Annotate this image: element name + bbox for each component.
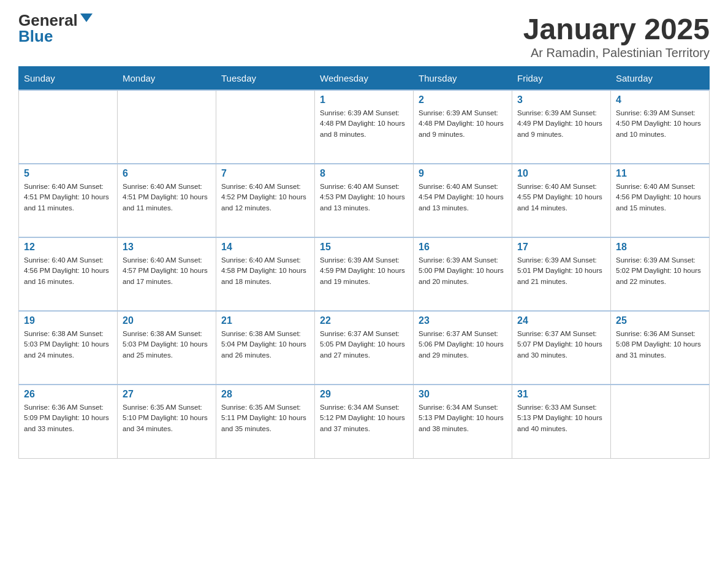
calendar-cell: 18Sunrise: 6:39 AM Sunset: 5:02 PM Dayli…	[611, 237, 710, 311]
day-number: 13	[123, 242, 211, 253]
calendar-cell: 21Sunrise: 6:38 AM Sunset: 5:04 PM Dayli…	[216, 311, 315, 385]
day-info: Sunrise: 6:40 AM Sunset: 4:52 PM Dayligh…	[221, 182, 309, 213]
day-number: 31	[517, 389, 605, 400]
calendar-cell: 13Sunrise: 6:40 AM Sunset: 4:57 PM Dayli…	[118, 237, 216, 311]
location-subtitle: Ar Ramadin, Palestinian Territory	[523, 46, 710, 60]
week-row-2: 5Sunrise: 6:40 AM Sunset: 4:51 PM Daylig…	[19, 164, 710, 237]
calendar-cell: 26Sunrise: 6:36 AM Sunset: 5:09 PM Dayli…	[19, 385, 118, 458]
calendar-cell: 8Sunrise: 6:40 AM Sunset: 4:53 PM Daylig…	[315, 164, 414, 237]
day-info: Sunrise: 6:35 AM Sunset: 5:10 PM Dayligh…	[123, 402, 211, 434]
calendar-cell: 24Sunrise: 6:37 AM Sunset: 5:07 PM Dayli…	[512, 311, 611, 385]
day-number: 10	[517, 168, 605, 179]
day-number: 8	[320, 168, 408, 179]
logo: General Blue	[18, 12, 93, 44]
day-number: 28	[221, 389, 309, 400]
day-info: Sunrise: 6:39 AM Sunset: 5:00 PM Dayligh…	[419, 255, 507, 287]
weekday-header-tuesday: Tuesday	[216, 67, 315, 91]
weekday-header-friday: Friday	[512, 67, 611, 91]
page-header: General Blue January 2025 Ar Ramadin, Pa…	[18, 12, 710, 60]
weekday-header-saturday: Saturday	[611, 67, 710, 91]
day-info: Sunrise: 6:36 AM Sunset: 5:09 PM Dayligh…	[24, 402, 112, 434]
calendar-cell	[118, 90, 216, 164]
day-number: 4	[616, 94, 704, 105]
day-info: Sunrise: 6:40 AM Sunset: 4:51 PM Dayligh…	[24, 182, 112, 213]
title-section: January 2025 Ar Ramadin, Palestinian Ter…	[523, 12, 710, 60]
day-info: Sunrise: 6:39 AM Sunset: 4:48 PM Dayligh…	[320, 108, 408, 140]
day-info: Sunrise: 6:40 AM Sunset: 4:53 PM Dayligh…	[320, 182, 408, 213]
day-info: Sunrise: 6:34 AM Sunset: 5:13 PM Dayligh…	[419, 402, 507, 434]
weekday-header-row: SundayMondayTuesdayWednesdayThursdayFrid…	[19, 67, 710, 91]
day-info: Sunrise: 6:38 AM Sunset: 5:03 PM Dayligh…	[123, 329, 211, 361]
week-row-3: 12Sunrise: 6:40 AM Sunset: 4:56 PM Dayli…	[19, 237, 710, 311]
day-info: Sunrise: 6:39 AM Sunset: 5:02 PM Dayligh…	[616, 255, 704, 287]
calendar-cell: 27Sunrise: 6:35 AM Sunset: 5:10 PM Dayli…	[118, 385, 216, 458]
calendar-cell: 4Sunrise: 6:39 AM Sunset: 4:50 PM Daylig…	[611, 90, 710, 164]
day-info: Sunrise: 6:39 AM Sunset: 4:48 PM Dayligh…	[419, 108, 507, 140]
day-number: 26	[24, 389, 112, 400]
day-number: 15	[320, 242, 408, 253]
day-number: 6	[123, 168, 211, 179]
week-row-4: 19Sunrise: 6:38 AM Sunset: 5:03 PM Dayli…	[19, 311, 710, 385]
calendar-cell	[216, 90, 315, 164]
calendar-cell	[611, 385, 710, 458]
day-number: 30	[419, 389, 507, 400]
calendar-cell: 29Sunrise: 6:34 AM Sunset: 5:12 PM Dayli…	[315, 385, 414, 458]
day-number: 14	[221, 242, 309, 253]
calendar-cell: 3Sunrise: 6:39 AM Sunset: 4:49 PM Daylig…	[512, 90, 611, 164]
day-number: 29	[320, 389, 408, 400]
calendar-cell: 1Sunrise: 6:39 AM Sunset: 4:48 PM Daylig…	[315, 90, 414, 164]
calendar-cell: 9Sunrise: 6:40 AM Sunset: 4:54 PM Daylig…	[414, 164, 512, 237]
day-number: 12	[24, 242, 112, 253]
calendar-cell: 19Sunrise: 6:38 AM Sunset: 5:03 PM Dayli…	[19, 311, 118, 385]
day-number: 19	[24, 315, 112, 326]
day-number: 24	[517, 315, 605, 326]
month-title: January 2025	[523, 12, 710, 46]
calendar-cell: 16Sunrise: 6:39 AM Sunset: 5:00 PM Dayli…	[414, 237, 512, 311]
calendar-cell: 10Sunrise: 6:40 AM Sunset: 4:55 PM Dayli…	[512, 164, 611, 237]
calendar-cell: 17Sunrise: 6:39 AM Sunset: 5:01 PM Dayli…	[512, 237, 611, 311]
day-info: Sunrise: 6:39 AM Sunset: 4:50 PM Dayligh…	[616, 108, 704, 140]
logo-general-text: General	[18, 12, 78, 28]
day-info: Sunrise: 6:40 AM Sunset: 4:58 PM Dayligh…	[221, 255, 309, 287]
day-info: Sunrise: 6:40 AM Sunset: 4:56 PM Dayligh…	[616, 182, 704, 213]
day-info: Sunrise: 6:40 AM Sunset: 4:57 PM Dayligh…	[123, 255, 211, 287]
day-info: Sunrise: 6:33 AM Sunset: 5:13 PM Dayligh…	[517, 402, 605, 434]
calendar-cell: 15Sunrise: 6:39 AM Sunset: 4:59 PM Dayli…	[315, 237, 414, 311]
day-number: 18	[616, 242, 704, 253]
day-number: 25	[616, 315, 704, 326]
calendar-cell: 5Sunrise: 6:40 AM Sunset: 4:51 PM Daylig…	[19, 164, 118, 237]
day-number: 5	[24, 168, 112, 179]
week-row-5: 26Sunrise: 6:36 AM Sunset: 5:09 PM Dayli…	[19, 385, 710, 458]
day-info: Sunrise: 6:39 AM Sunset: 4:59 PM Dayligh…	[320, 255, 408, 287]
calendar-cell: 25Sunrise: 6:36 AM Sunset: 5:08 PM Dayli…	[611, 311, 710, 385]
day-number: 21	[221, 315, 309, 326]
day-info: Sunrise: 6:38 AM Sunset: 5:04 PM Dayligh…	[221, 329, 309, 361]
calendar-cell: 7Sunrise: 6:40 AM Sunset: 4:52 PM Daylig…	[216, 164, 315, 237]
day-number: 22	[320, 315, 408, 326]
calendar-cell: 30Sunrise: 6:34 AM Sunset: 5:13 PM Dayli…	[414, 385, 512, 458]
day-number: 27	[123, 389, 211, 400]
calendar-cell: 23Sunrise: 6:37 AM Sunset: 5:06 PM Dayli…	[414, 311, 512, 385]
weekday-header-wednesday: Wednesday	[315, 67, 414, 91]
weekday-header-thursday: Thursday	[414, 67, 512, 91]
day-number: 20	[123, 315, 211, 326]
day-number: 16	[419, 242, 507, 253]
day-info: Sunrise: 6:40 AM Sunset: 4:56 PM Dayligh…	[24, 255, 112, 287]
day-info: Sunrise: 6:40 AM Sunset: 4:51 PM Dayligh…	[123, 182, 211, 213]
calendar-cell: 22Sunrise: 6:37 AM Sunset: 5:05 PM Dayli…	[315, 311, 414, 385]
day-info: Sunrise: 6:40 AM Sunset: 4:55 PM Dayligh…	[517, 182, 605, 213]
calendar-cell: 12Sunrise: 6:40 AM Sunset: 4:56 PM Dayli…	[19, 237, 118, 311]
day-number: 17	[517, 242, 605, 253]
calendar-cell: 14Sunrise: 6:40 AM Sunset: 4:58 PM Dayli…	[216, 237, 315, 311]
day-info: Sunrise: 6:34 AM Sunset: 5:12 PM Dayligh…	[320, 402, 408, 434]
week-row-1: 1Sunrise: 6:39 AM Sunset: 4:48 PM Daylig…	[19, 90, 710, 164]
day-info: Sunrise: 6:37 AM Sunset: 5:06 PM Dayligh…	[419, 329, 507, 361]
day-number: 9	[419, 168, 507, 179]
calendar-cell: 2Sunrise: 6:39 AM Sunset: 4:48 PM Daylig…	[414, 90, 512, 164]
day-number: 3	[517, 94, 605, 105]
calendar-table: SundayMondayTuesdayWednesdayThursdayFrid…	[18, 66, 710, 459]
calendar-cell: 31Sunrise: 6:33 AM Sunset: 5:13 PM Dayli…	[512, 385, 611, 458]
day-info: Sunrise: 6:38 AM Sunset: 5:03 PM Dayligh…	[24, 329, 112, 361]
calendar-cell: 6Sunrise: 6:40 AM Sunset: 4:51 PM Daylig…	[118, 164, 216, 237]
day-info: Sunrise: 6:36 AM Sunset: 5:08 PM Dayligh…	[616, 329, 704, 361]
